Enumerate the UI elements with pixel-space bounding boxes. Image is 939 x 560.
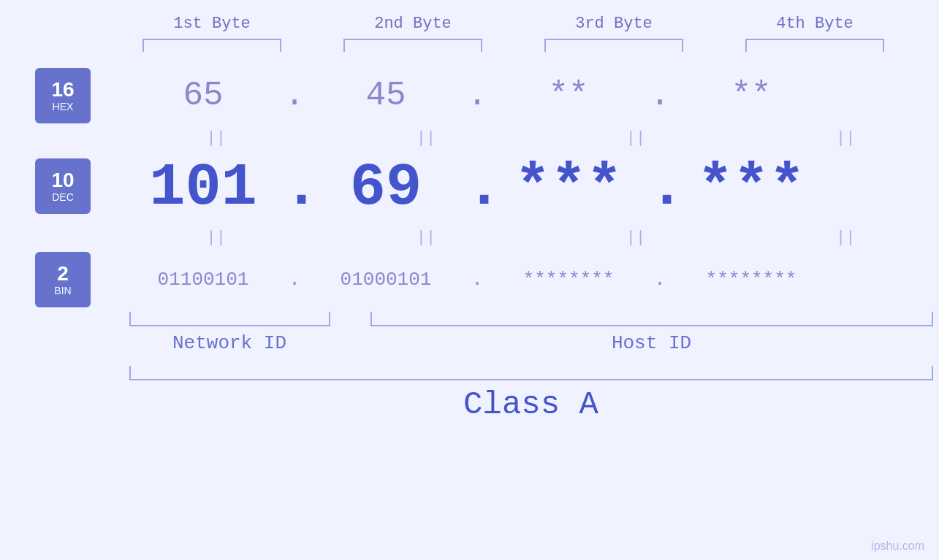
byte1-header: 1st Byte	[132, 15, 292, 33]
hex-base-label: 16 HEX	[35, 68, 91, 123]
bin-byte2-value: 01000101	[341, 269, 432, 291]
bin-byte3: ********	[488, 269, 649, 291]
dec-byte4: ***	[671, 154, 832, 222]
watermark: ipshu.com	[871, 540, 924, 553]
hex-dot2: .	[466, 77, 488, 115]
eq1-b1: ||	[136, 129, 297, 147]
id-labels-row: Network ID Host ID	[129, 332, 933, 354]
host-id-label: Host ID	[370, 332, 933, 354]
class-label: Class A	[129, 386, 933, 423]
hex-byte1: 65	[123, 77, 284, 115]
bin-dot2: .	[466, 269, 488, 291]
bin-byte1-value: 01100101	[158, 269, 249, 291]
bracket-byte1	[142, 39, 281, 52]
dec-base-label: 10 DEC	[35, 158, 91, 214]
dec-byte1: 101	[123, 154, 284, 222]
top-bracket-row	[112, 39, 916, 52]
dec-byte3: ***	[488, 154, 649, 222]
hex-byte3-value: **	[548, 77, 588, 115]
equals-row-1: || || || ||	[129, 125, 933, 151]
dec-byte3-value: ***	[514, 154, 623, 222]
dec-dot3: .	[649, 154, 671, 222]
eq1-b4: ||	[765, 129, 926, 147]
dec-values-row: 101 . 69 . *** . ***	[123, 151, 927, 224]
byte2-header: 2nd Byte	[332, 15, 493, 33]
eq2-b1: ||	[136, 229, 297, 247]
dec-byte2-value: 69	[350, 154, 422, 222]
dec-base-text: DEC	[52, 191, 74, 203]
byte4-header: 4th Byte	[734, 15, 895, 33]
hex-base-text: HEX	[53, 101, 74, 112]
eq1-b2: ||	[346, 129, 506, 147]
hex-row-wrapper: 16 HEX 65 . 45 . ** . **	[0, 66, 939, 125]
dec-dot1: .	[284, 154, 305, 222]
dec-byte2: 69	[305, 154, 466, 222]
hex-byte2: 45	[305, 77, 466, 115]
eq2-b2: ||	[346, 229, 506, 247]
eq1-b3: ||	[555, 129, 716, 147]
bin-dot1: .	[284, 269, 305, 291]
bin-dot3: .	[649, 269, 671, 291]
bin-values-row: 01100101 . 01000101 . ******** . *******…	[123, 250, 927, 309]
bracket-byte4	[745, 39, 884, 52]
byte3-header: 3rd Byte	[533, 15, 694, 33]
hex-base-number: 16	[51, 79, 74, 101]
hex-byte2-value: 45	[365, 77, 406, 115]
hex-values-row: 65 . 45 . ** . **	[123, 66, 927, 125]
network-id-label: Network ID	[129, 332, 330, 354]
eq2-b4: ||	[765, 229, 926, 247]
hex-dot3: .	[649, 77, 671, 115]
class-bracket	[129, 366, 933, 380]
byte-headers-row: 1st Byte 2nd Byte 3rd Byte 4th Byte	[112, 15, 916, 33]
host-bracket	[370, 312, 933, 326]
bracket-byte2	[343, 39, 482, 52]
dec-byte1-value: 101	[149, 154, 257, 222]
bin-byte4: ********	[671, 269, 832, 291]
bin-base-number: 2	[57, 263, 69, 285]
bracket-byte3	[544, 39, 683, 52]
network-bracket	[129, 312, 330, 326]
bin-byte4-value: ********	[706, 269, 797, 291]
hex-byte1-value: 65	[183, 77, 223, 115]
bin-base-label: 2 BIN	[35, 252, 91, 307]
dec-byte4-value: ***	[697, 154, 805, 222]
equals-row-2: || || || ||	[129, 224, 933, 250]
bin-byte3-value: ********	[523, 269, 615, 291]
dec-dot2: .	[466, 154, 488, 222]
dec-base-number: 10	[51, 169, 74, 192]
hex-byte4: **	[671, 77, 832, 115]
hex-byte3: **	[488, 77, 649, 115]
bin-base-text: BIN	[54, 285, 71, 296]
hex-byte4-value: **	[731, 77, 771, 115]
bottom-bracket-row	[129, 312, 933, 326]
bin-byte2: 01000101	[305, 269, 466, 291]
bin-row-wrapper: 2 BIN 01100101 . 01000101 . ******** .	[0, 250, 939, 309]
bin-byte1: 01100101	[123, 269, 284, 291]
hex-dot1: .	[284, 77, 305, 115]
eq2-b3: ||	[555, 229, 716, 247]
dec-row-wrapper: 10 DEC 101 . 69 . *** . ***	[0, 151, 939, 224]
main-container: 1st Byte 2nd Byte 3rd Byte 4th Byte 16 H…	[0, 0, 939, 560]
